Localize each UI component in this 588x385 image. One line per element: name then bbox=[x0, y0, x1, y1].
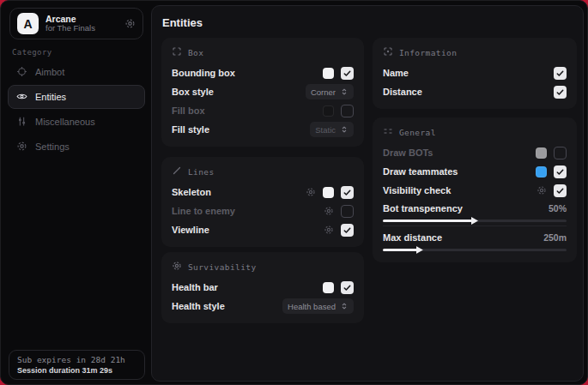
setting-label: Distance bbox=[383, 87, 422, 97]
sidebar-item-miscellaneous[interactable]: Miscellaneous bbox=[8, 110, 145, 134]
sidebar: A Arcane for The Finals Category Aimbot … bbox=[1, 1, 151, 384]
app-subtitle: for The Finals bbox=[45, 24, 118, 33]
color-swatch[interactable] bbox=[323, 105, 334, 117]
sidebar-item-label: Miscellaneous bbox=[35, 117, 95, 127]
color-swatch[interactable] bbox=[536, 166, 547, 177]
row-distance: Distance bbox=[383, 82, 567, 101]
crosshair-icon bbox=[16, 66, 27, 79]
panel-title: Information bbox=[399, 48, 457, 57]
setting-label: Box style bbox=[172, 87, 214, 97]
gear-icon[interactable] bbox=[324, 206, 334, 216]
checkbox[interactable] bbox=[554, 184, 567, 197]
row-draw-bots: Draw BOTs bbox=[383, 143, 567, 162]
color-swatch[interactable] bbox=[323, 187, 334, 198]
row-health-bar: Health bar bbox=[172, 278, 354, 297]
panel-general: General Draw BOTs Draw teammates Visibil… bbox=[373, 117, 577, 262]
sliders-icon bbox=[16, 116, 27, 129]
sidebar-item-settings[interactable]: Settings bbox=[8, 135, 145, 159]
slider-value: 50% bbox=[549, 203, 567, 214]
panel-title: General bbox=[399, 128, 436, 137]
setting-label: Draw BOTs bbox=[383, 147, 433, 158]
gear-icon[interactable] bbox=[324, 225, 334, 235]
gear-icon[interactable] bbox=[536, 185, 547, 196]
setting-label: Fill style bbox=[172, 124, 209, 135]
row-name: Name bbox=[383, 63, 567, 82]
general-icon bbox=[383, 124, 393, 140]
row-viewline: Viewline bbox=[172, 220, 354, 239]
slider-track[interactable] bbox=[383, 249, 567, 251]
health-style-dropdown[interactable]: Health based bbox=[282, 298, 354, 314]
checkbox[interactable] bbox=[554, 165, 567, 178]
setting-label: Draw teammates bbox=[383, 166, 458, 177]
app-logo: A bbox=[17, 13, 39, 34]
page-title: Entities bbox=[162, 16, 203, 29]
row-box-style: Box style Corner bbox=[172, 82, 354, 101]
slider-thumb[interactable] bbox=[416, 246, 423, 254]
panel-title: Box bbox=[188, 48, 203, 57]
checkbox[interactable] bbox=[341, 105, 354, 117]
slider-thumb[interactable] bbox=[471, 217, 478, 225]
fill-style-dropdown[interactable]: Static bbox=[310, 122, 354, 137]
sidebar-item-label: Settings bbox=[35, 141, 70, 152]
session-duration-text: Session duration 31m 29s bbox=[17, 366, 136, 375]
sidebar-item-aimbot[interactable]: Aimbot bbox=[8, 60, 145, 84]
information-icon bbox=[383, 45, 393, 60]
sub-expires-text: Sub expires in 28d 21h bbox=[17, 355, 136, 364]
row-line-to-enemy: Line to enemy bbox=[172, 202, 354, 220]
checkbox[interactable] bbox=[341, 224, 354, 237]
gear-icon[interactable] bbox=[306, 187, 316, 197]
color-swatch[interactable] bbox=[536, 147, 547, 159]
setting-label: Bot transpenency bbox=[383, 203, 463, 214]
survivability-icon bbox=[172, 259, 182, 274]
dropdown-value: Health based bbox=[288, 302, 336, 311]
color-swatch[interactable] bbox=[323, 282, 334, 293]
panel-survivability: Survivability Health bar Health style He… bbox=[161, 252, 364, 323]
gear-icon bbox=[16, 141, 27, 153]
setting-label: Viewline bbox=[172, 225, 209, 235]
sidebar-item-label: Aimbot bbox=[35, 67, 64, 77]
row-visibility-check: Visibility check bbox=[383, 181, 567, 200]
slider-track[interactable] bbox=[383, 220, 567, 222]
row-fill-box: Fill box bbox=[172, 101, 354, 120]
bounding-box-icon bbox=[172, 45, 182, 60]
dropdown-value: Corner bbox=[311, 87, 336, 97]
setting-label: Bounding box bbox=[172, 68, 235, 78]
checkbox[interactable] bbox=[341, 67, 354, 80]
row-draw-teammates: Draw teammates bbox=[383, 162, 567, 181]
row-health-style: Health style Health based bbox=[172, 297, 354, 316]
setting-label: Name bbox=[383, 68, 409, 78]
color-swatch[interactable] bbox=[323, 68, 334, 79]
sidebar-item-entities[interactable]: Entities bbox=[8, 85, 145, 109]
slider-bot-transparency: Bot transpenency 50% bbox=[383, 202, 567, 222]
category-label: Category bbox=[12, 48, 52, 57]
entities-eye-icon bbox=[16, 91, 27, 104]
sidebar-nav: Aimbot Entities Miscellaneous Settings bbox=[8, 60, 145, 159]
chevrons-up-down-icon bbox=[340, 84, 349, 99]
checkbox[interactable] bbox=[554, 67, 567, 80]
row-fill-style: Fill style Static bbox=[172, 120, 354, 139]
chevrons-up-down-icon bbox=[340, 298, 349, 314]
sidebar-item-label: Entities bbox=[35, 92, 66, 102]
checkbox[interactable] bbox=[341, 205, 354, 218]
chevrons-up-down-icon bbox=[340, 122, 349, 137]
gear-icon[interactable] bbox=[124, 18, 136, 29]
panel-box: Box Bounding box Box style Corner Fill b… bbox=[161, 38, 364, 147]
setting-label: Skeleton bbox=[172, 187, 211, 197]
checkbox[interactable] bbox=[554, 86, 567, 99]
checkbox[interactable] bbox=[341, 281, 354, 294]
setting-label: Visibility check bbox=[383, 185, 451, 196]
divider bbox=[383, 226, 567, 226]
panel-title: Lines bbox=[188, 167, 215, 177]
app-logo-card: A Arcane for The Finals bbox=[9, 8, 143, 39]
checkbox[interactable] bbox=[341, 186, 354, 199]
setting-label: Health style bbox=[172, 301, 225, 311]
box-style-dropdown[interactable]: Corner bbox=[306, 84, 354, 99]
subscription-status-card: Sub expires in 28d 21h Session duration … bbox=[9, 350, 145, 380]
slider-value: 250m bbox=[543, 232, 567, 243]
panel-information: Information Name Distance bbox=[373, 38, 577, 109]
app-window: A Arcane for The Finals Category Aimbot … bbox=[0, 0, 588, 385]
diagonal-line-icon bbox=[172, 164, 182, 179]
row-skeleton: Skeleton bbox=[172, 183, 354, 202]
checkbox[interactable] bbox=[554, 147, 567, 159]
setting-label: Health bar bbox=[172, 282, 218, 292]
